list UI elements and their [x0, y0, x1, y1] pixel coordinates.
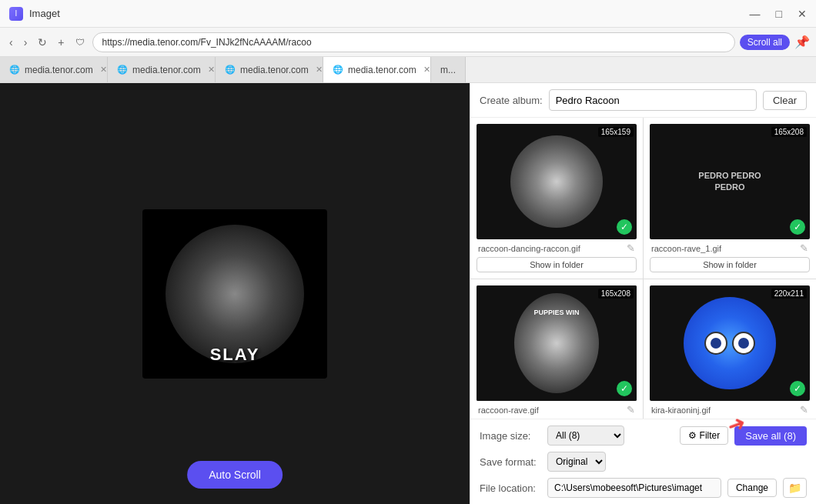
tab-favicon: 🌐: [117, 65, 128, 75]
image-card-4: 220x211 ✓ kira-kiraoninj.gif ✎ Show in f…: [644, 279, 816, 419]
control-row-size: Image size: All (8) Original Large Mediu…: [480, 426, 807, 446]
clear-button[interactable]: Clear: [763, 91, 807, 110]
pony-eye-left: [704, 332, 727, 355]
show-folder-btn-1[interactable]: Show in folder: [477, 257, 637, 272]
image-info-3: raccoon-rave.gif ✎: [477, 404, 637, 416]
check-badge-1: ✓: [617, 219, 632, 235]
image-card-3: PUPPIES WIN 165x208 ✓ raccoon-rave.gif ✎…: [470, 279, 643, 419]
refresh-button[interactable]: ↻: [35, 33, 50, 52]
image-name-1: raccoon-dancing-raccon.gif: [478, 244, 627, 253]
browser-bar: ‹ › ↻ + 🛡 Scroll all 📌: [0, 28, 816, 57]
bottom-controls: Image size: All (8) Original Large Mediu…: [470, 419, 816, 504]
control-row-format: Save format: Original JPG PNG WebP: [480, 452, 807, 472]
image-name-3: raccoon-rave.gif: [478, 406, 627, 415]
tab-label: media.tenor.com: [25, 65, 93, 75]
blue-pony-thumb: [684, 297, 776, 389]
filter-icon: ⚙: [688, 430, 697, 441]
pedro-thumb: PEDRO PEDROPEDRO: [650, 124, 810, 239]
size-badge-2: 165x208: [771, 127, 807, 137]
tab-label: media.tenor.com: [132, 65, 201, 75]
image-thumb-4: 220x211 ✓: [650, 285, 810, 401]
forward-button[interactable]: ›: [21, 33, 31, 52]
image-name-4: kira-kiraoninj.gif: [651, 406, 800, 415]
size-badge-1: 165x159: [598, 127, 634, 137]
window-controls: — □ ✕: [750, 8, 807, 20]
tab-favicon: 🌐: [333, 65, 343, 75]
album-bar: Create album: Clear: [470, 83, 816, 118]
close-button[interactable]: ✕: [798, 8, 807, 20]
main-content: SLAY Auto Scroll Create album: Clear 165…: [0, 83, 816, 504]
tab-label: m...: [440, 65, 456, 75]
image-name-2: raccoon-rave_1.gif: [651, 244, 800, 253]
app-title: Imaget: [29, 8, 60, 19]
check-badge-4: ✓: [790, 381, 805, 396]
scroll-all-button[interactable]: Scroll all: [740, 35, 790, 50]
album-label: Create album:: [480, 95, 543, 106]
new-tab-button[interactable]: +: [55, 33, 67, 52]
size-badge-3: 165x208: [598, 289, 634, 299]
back-button[interactable]: ‹: [6, 33, 16, 52]
tabs-bar: 🌐 media.tenor.com ✕ 🌐 media.tenor.com ✕ …: [0, 57, 816, 83]
image-size-label: Image size:: [480, 430, 541, 442]
check-badge-2: ✓: [790, 219, 805, 235]
puppies-text: PUPPIES WIN: [533, 309, 579, 316]
slay-text: SLAY: [210, 345, 260, 365]
show-folder-btn-2[interactable]: Show in folder: [650, 257, 810, 272]
format-select[interactable]: Original JPG PNG WebP: [547, 452, 606, 472]
maximize-button[interactable]: □: [776, 8, 782, 20]
image-info-1: raccoon-dancing-raccon.gif ✎: [477, 242, 637, 254]
tab-5[interactable]: m...: [431, 57, 466, 83]
tab-label: media.tenor.com: [240, 65, 309, 75]
app-icon: I: [9, 7, 23, 21]
pony-pupil-left: [711, 338, 721, 349]
image-size-select[interactable]: All (8) Original Large Medium Small: [547, 426, 624, 446]
image-card-2: PEDRO PEDROPEDRO 165x208 ✓ raccoon-rave_…: [644, 118, 816, 279]
edit-icon-1[interactable]: ✎: [627, 242, 635, 254]
pony-pupil-right: [738, 338, 749, 349]
check-badge-3: ✓: [617, 381, 632, 396]
control-row-location: File location: Change 📁: [480, 478, 807, 498]
edit-icon-4[interactable]: ✎: [800, 404, 808, 416]
image-info-2: raccoon-rave_1.gif ✎: [650, 242, 810, 254]
file-location-label: File location:: [480, 482, 541, 494]
url-input[interactable]: [92, 32, 735, 52]
image-grid: 165x159 ✓ raccoon-dancing-raccon.gif ✎ S…: [470, 118, 816, 419]
filter-button[interactable]: ⚙ Filter: [680, 426, 729, 445]
tab-favicon: 🌐: [225, 65, 236, 75]
tab-3[interactable]: 🌐 media.tenor.com ✕: [216, 57, 323, 83]
left-panel: SLAY Auto Scroll: [0, 83, 470, 504]
album-input[interactable]: [549, 89, 757, 111]
pin-button[interactable]: 📌: [794, 35, 810, 49]
minimize-button[interactable]: —: [750, 8, 761, 20]
tab-1[interactable]: 🌐 media.tenor.com ✕: [0, 57, 108, 83]
image-thumb-2: PEDRO PEDROPEDRO 165x208 ✓: [650, 124, 810, 239]
size-badge-4: 220x211: [771, 289, 807, 299]
tab-4[interactable]: 🌐 media.tenor.com ✕: [323, 57, 431, 83]
tab-2[interactable]: 🌐 media.tenor.com ✕: [108, 57, 216, 83]
tab-label: media.tenor.com: [348, 65, 416, 75]
tab-favicon: 🌐: [9, 65, 20, 75]
file-location-input[interactable]: [547, 478, 721, 498]
raccoon-circle-thumb: [510, 135, 603, 228]
edit-icon-2[interactable]: ✎: [800, 242, 808, 254]
image-card-1: 165x159 ✓ raccoon-dancing-raccon.gif ✎ S…: [470, 118, 643, 279]
title-bar: I Imaget — □ ✕: [0, 0, 816, 28]
edit-icon-3[interactable]: ✎: [627, 404, 635, 416]
shield-button[interactable]: 🛡: [72, 34, 88, 51]
image-thumb-1: 165x159 ✓: [477, 124, 637, 239]
save-format-label: Save format:: [480, 456, 541, 468]
pedro-overlay-text: PEDRO PEDROPEDRO: [698, 170, 761, 194]
pony-eye-right: [732, 332, 755, 355]
image-thumb-3: PUPPIES WIN 165x208 ✓: [477, 285, 637, 401]
auto-scroll-button[interactable]: Auto Scroll: [187, 461, 283, 489]
folder-button[interactable]: 📁: [783, 478, 807, 498]
filter-label: Filter: [700, 430, 721, 441]
main-gif-display: SLAY: [142, 209, 327, 379]
change-button[interactable]: Change: [727, 479, 777, 497]
right-panel: Create album: Clear 165x159 ✓ raccoon-da…: [470, 83, 816, 504]
gif-circle: [166, 225, 304, 363]
